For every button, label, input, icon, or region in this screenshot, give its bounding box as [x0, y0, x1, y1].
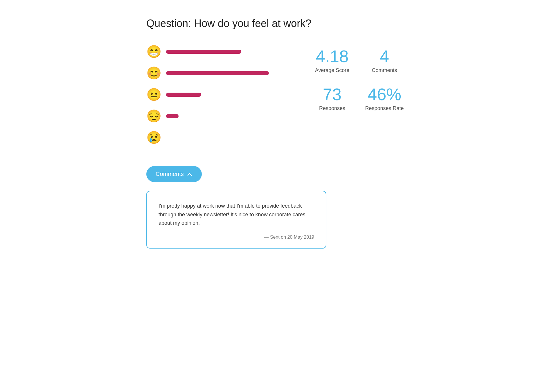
emoji-icon-sad: 😔	[146, 109, 161, 124]
comments-toggle-button[interactable]: Comments	[146, 166, 202, 182]
bar-track-very-sad	[166, 136, 292, 140]
comments-count-value: 4	[361, 47, 408, 66]
main-content: 😁😊😐😔😢 4.18 Average Score 4 Comments 73 R…	[146, 44, 408, 152]
bar-track-sad	[166, 114, 292, 118]
bar-track-very-happy	[166, 50, 292, 54]
emoji-icon-happy: 😊	[146, 66, 161, 81]
comment-card: I'm pretty happy at work now that I'm ab…	[146, 191, 326, 249]
bar-fill-very-happy	[166, 50, 241, 54]
comments-toggle-label: Comments	[156, 171, 184, 177]
bar-track-happy	[166, 71, 292, 75]
chevron-up-icon	[187, 171, 193, 177]
responses-value: 73	[309, 85, 355, 104]
emoji-icon-neutral: 😐	[146, 87, 161, 102]
page-title: Question: How do you feel at work?	[146, 17, 408, 30]
average-score-label: Average Score	[309, 67, 355, 73]
emoji-icon-very-sad: 😢	[146, 130, 161, 145]
responses-rate-value: 46%	[361, 85, 408, 104]
comments-count-block: 4 Comments	[361, 47, 408, 73]
main-container: Question: How do you feel at work? 😁😊😐😔😢…	[146, 17, 408, 249]
stats-section: 4.18 Average Score 4 Comments 73 Respons…	[309, 44, 408, 112]
bar-row: 😊	[146, 66, 292, 81]
emoji-icon-very-happy: 😁	[146, 44, 161, 59]
responses-label: Responses	[309, 105, 355, 112]
bar-row: 😐	[146, 87, 292, 102]
bar-row: 😢	[146, 130, 292, 145]
comment-text: I'm pretty happy at work now that I'm ab…	[159, 202, 314, 228]
bar-row: 😔	[146, 109, 292, 124]
bar-fill-happy	[166, 71, 269, 75]
bar-track-neutral	[166, 93, 292, 97]
average-score-block: 4.18 Average Score	[309, 47, 355, 73]
bar-fill-neutral	[166, 93, 201, 97]
responses-block: 73 Responses	[309, 85, 355, 112]
responses-rate-block: 46% Responses Rate	[361, 85, 408, 112]
responses-rate-label: Responses Rate	[361, 105, 408, 112]
average-score-value: 4.18	[309, 47, 355, 66]
bars-section: 😁😊😐😔😢	[146, 44, 292, 152]
comment-attribution: — Sent on 20 May 2019	[159, 235, 314, 240]
comments-count-label: Comments	[361, 67, 408, 73]
bar-row: 😁	[146, 44, 292, 59]
bar-fill-sad	[166, 114, 179, 118]
